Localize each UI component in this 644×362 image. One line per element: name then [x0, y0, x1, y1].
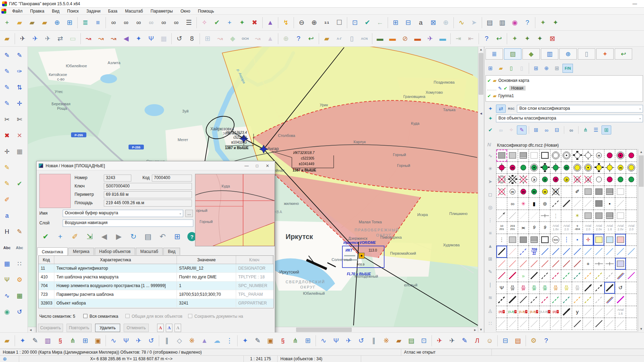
classifier-symbol-2-5[interactable]: Э: [550, 174, 561, 186]
box-to-db-icon[interactable]: ▣: [92, 334, 104, 347]
table-globe-icon[interactable]: ⊕: [542, 64, 551, 73]
curve-to-db-icon[interactable]: ∿: [107, 334, 120, 347]
classifier-symbol-11-12[interactable]: [626, 282, 637, 294]
classifier-symbol-5-12[interactable]: [626, 210, 637, 222]
cut-object-icon[interactable]: ✂: [1, 111, 13, 128]
classifier-symbol-9-6[interactable]: [561, 258, 572, 270]
classifier-symbol-9-9[interactable]: [593, 258, 604, 270]
classifier-symbol-1-9[interactable]: [593, 162, 604, 174]
object-form-icon[interactable]: ⊞: [531, 125, 541, 134]
classifier-symbol-7-11[interactable]: [615, 234, 626, 246]
grid-to-db-icon[interactable]: ⊞: [79, 334, 92, 347]
classifier-symbol-12-3[interactable]: [529, 294, 540, 306]
save-object-icon[interactable]: ▤: [141, 230, 155, 244]
layers-up-icon[interactable]: ✦: [486, 105, 495, 113]
tab-масштаб[interactable]: Масштаб: [136, 248, 163, 255]
minimize-button[interactable]: —: [628, 1, 642, 6]
classifier-symbol-10-0[interactable]: [496, 270, 507, 282]
classifier-symbol-7-1[interactable]: [507, 234, 518, 246]
doc-edit-icon[interactable]: ✎: [458, 334, 471, 347]
classifier-symbol-10-1[interactable]: [507, 270, 518, 282]
fan-dim-icon[interactable]: ◆: [226, 32, 239, 45]
classifier-symbol-8-5[interactable]: [550, 246, 561, 258]
side-tool-13-icon[interactable]: ∷: [486, 317, 495, 330]
classifier-symbol-10-4[interactable]: [540, 270, 550, 282]
route-turn-2-icon[interactable]: ↝: [107, 32, 120, 45]
waypoint-cross-icon[interactable]: ✦: [132, 32, 145, 45]
layer-list-icon[interactable]: ≣: [79, 16, 92, 29]
classifier-symbol-0-8[interactable]: [583, 149, 593, 162]
delete-point-icon[interactable]: ✕: [13, 128, 26, 144]
classifier-symbol-1-12[interactable]: [626, 162, 637, 174]
maps-list-icon[interactable]: ⊞: [486, 64, 495, 73]
classifier-symbol-7-12[interactable]: [626, 234, 637, 246]
route-delete-icon[interactable]: ✦: [509, 32, 521, 45]
classifier-symbol-7-0[interactable]: ⋮: [496, 234, 507, 246]
classifier-symbol-8-8[interactable]: [583, 246, 593, 258]
classifier-symbol-5-11[interactable]: [615, 210, 626, 222]
classifier-symbol-11-6[interactable]: 2120: [561, 282, 572, 294]
next-object-icon[interactable]: ▶: [112, 230, 126, 244]
object-db-icon[interactable]: ⊟: [402, 16, 414, 29]
classifier-symbol-10-3[interactable]: [529, 270, 540, 282]
classifier-symbol-1-2[interactable]: [518, 162, 529, 174]
side-tool-3-icon[interactable]: ◻: [486, 188, 495, 201]
find-name-icon[interactable]: ∞: [120, 16, 132, 29]
select-polygon-icon[interactable]: ✧: [198, 16, 211, 29]
frame-db-dim-icon[interactable]: ⊞: [201, 32, 214, 45]
classifier-symbol-6-1[interactable]: 203201: [507, 222, 518, 234]
classifier-symbol-14-4[interactable]: [540, 318, 550, 330]
classifier-symbol-13-7[interactable]: у: [572, 306, 583, 318]
all-semantics-label[interactable]: Вся семантика: [90, 314, 118, 319]
classifier-symbol-14-12[interactable]: [626, 318, 637, 330]
db-export-dim-icon[interactable]: ⇥: [452, 32, 465, 45]
classifier-symbol-8-0[interactable]: [496, 246, 507, 258]
classifier-symbol-7-4[interactable]: [540, 234, 550, 246]
draw-orange-icon[interactable]: ✐: [1, 192, 13, 208]
route-dim-icon[interactable]: ↝: [214, 32, 226, 45]
classifier-symbol-6-2[interactable]: ≍: [518, 222, 529, 234]
draw-query-icon[interactable]: ✎: [1, 79, 13, 95]
classifier-symbol-12-12[interactable]: [626, 294, 637, 306]
open-dbm-icon[interactable]: ▰: [38, 16, 51, 29]
users-icon[interactable]: ☺: [483, 334, 496, 347]
capsule-orange-icon[interactable]: ▬: [386, 32, 399, 45]
side-tool-1-icon[interactable]: ✳: [486, 162, 495, 175]
classifier-symbol-8-10[interactable]: [604, 246, 615, 258]
classifier-symbol-1-6[interactable]: Н: [561, 162, 572, 174]
panel-classifier-tab[interactable]: ✦: [596, 48, 614, 60]
search-doc-icon[interactable]: ∞: [542, 125, 551, 134]
classifier-symbol-9-1[interactable]: [507, 258, 518, 270]
military-box-icon[interactable]: ▬: [374, 32, 386, 45]
help-book-2-icon[interactable]: ?: [480, 32, 493, 45]
classifier-symbol-8-12[interactable]: [626, 246, 637, 258]
net-dim-icon[interactable]: ▦: [157, 32, 170, 45]
db-folder-icon[interactable]: ▰: [1, 32, 13, 45]
classifier-symbol-7-3[interactable]: [529, 234, 540, 246]
side-tool-10-icon[interactable]: ❘: [486, 278, 495, 291]
classifier-symbol-5-10[interactable]: [604, 210, 615, 222]
classifier-symbol-11-4[interactable]: 2120: [540, 282, 550, 294]
maft-dim-icon[interactable]: ▲: [264, 32, 277, 45]
classifier-symbol-1-3[interactable]: [529, 162, 540, 174]
menu-файл[interactable]: Файл: [8, 8, 26, 14]
layers-check-icon[interactable]: ✔: [486, 125, 495, 134]
select-ok-icon[interactable]: ✔: [211, 16, 223, 29]
pro-to-db-icon[interactable]: ✎: [29, 334, 41, 347]
funnel-icon[interactable]: ◀: [120, 32, 132, 45]
classifier-symbol-9-8[interactable]: +: [583, 258, 593, 270]
taxiway-dim-icon[interactable]: ▭: [67, 32, 79, 45]
classifier-symbol-13-11[interactable]: Arial1.6: [615, 306, 626, 318]
find-icon[interactable]: ∞: [107, 16, 120, 29]
classifier-symbol-13-10[interactable]: [604, 306, 615, 318]
list-view-icon[interactable]: ☰: [591, 125, 601, 134]
grid-green-icon[interactable]: ▦: [13, 288, 26, 304]
classifier-symbol-13-8[interactable]: [583, 306, 593, 318]
classifier-symbol-6-4[interactable]: 9: [540, 222, 550, 234]
panel-doc-tab[interactable]: ▯: [578, 48, 595, 60]
find-refresh-icon[interactable]: ∞: [170, 16, 183, 29]
classifier-symbol-11-8[interactable]: [583, 282, 593, 294]
classifier-symbol-4-10[interactable]: •: [604, 198, 615, 210]
dots-tool-icon[interactable]: ∷: [13, 256, 26, 272]
capsule-red-icon[interactable]: ▬: [411, 32, 424, 45]
